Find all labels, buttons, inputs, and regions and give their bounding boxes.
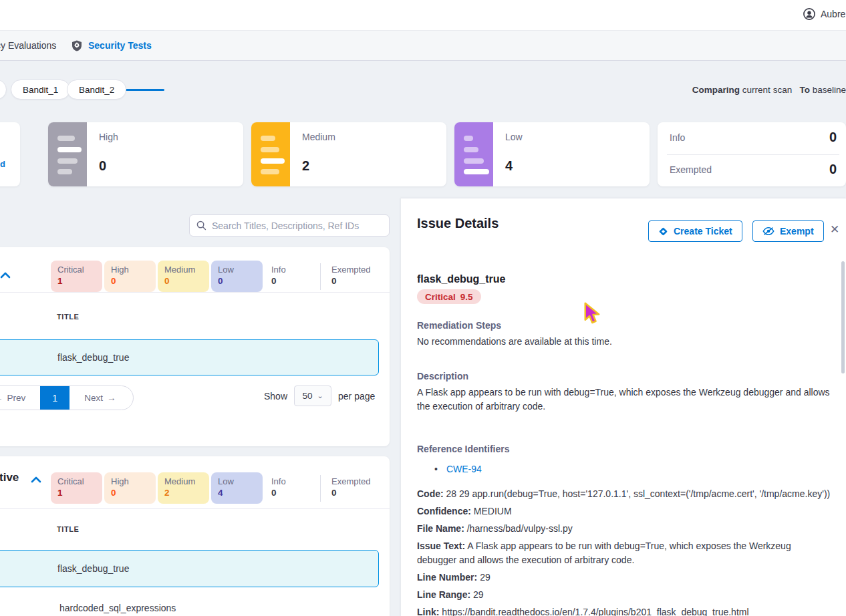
severity-label: Critical [425,292,456,302]
field-line-number: Line Number: 29 [417,571,833,585]
exempted-row: Exempted 0 [658,154,846,186]
pill-low[interactable]: Low4 [211,472,263,504]
show-label: Show [264,391,287,402]
field-issue-text: Issue Text: A Flask app appears to be ru… [417,539,833,567]
compare-baseline-text: Comparing current scan To baseline [692,85,846,95]
create-ticket-button[interactable]: Create Ticket [648,220,742,242]
user-avatar-icon [803,8,815,20]
search-input[interactable] [212,220,382,231]
summary-value: 2 [302,158,309,174]
field-link: Link: https://bandit.readthedocs.io/en/1… [417,605,833,616]
remediation-text: No recommendations are available at this… [417,335,612,349]
info-label: Info [670,132,685,143]
pill-low[interactable]: Low0 [211,261,263,292]
summary-label: Medium [302,132,335,142]
summary-label: Low [505,132,523,142]
pill-info[interactable]: Info0 [265,472,316,504]
severity-score: 9.5 [460,292,473,302]
summary-value: 0 [99,158,106,174]
close-icon[interactable]: ✕ [830,222,839,237]
cwe-link[interactable]: CWE-94 [446,464,482,474]
search-box[interactable] [189,214,390,237]
summary-value: 4 [505,158,513,174]
shield-gear-icon [72,40,82,51]
summary-card-high: High 0 [48,122,243,186]
issue-row-title: flask_debug_true [57,563,129,574]
issue-row[interactable]: hardcoded_sql_expressions [0,590,379,616]
comparing-label: Comparing [692,85,740,95]
prev-page-button[interactable]: ←Prev [0,393,35,403]
tab-policy-evaluations[interactable]: cy Evaluations [0,31,56,60]
issue-row-title: flask_debug_true [57,352,129,363]
summary-card-critical-partial: d [0,122,20,186]
summary-label: High [99,132,118,142]
pagination: ←Prev 1 Next→ [0,386,134,410]
tab-policy-evaluations-label: cy Evaluations [0,40,56,51]
summary-card-medium: Medium 2 [251,122,446,186]
summary-card-info-exempted: Info 0 Exempted 0 [658,122,846,186]
current-page-button[interactable]: 1 [40,386,69,410]
issue-title: flask_debug_true [417,273,505,285]
issue-details-panel: Issue Details Create Ticket Exempt ✕ fla… [401,198,846,616]
baseline-label: baseline [813,85,846,95]
per-page-label: per page [338,391,375,402]
issue-row-selected[interactable]: flask_debug_true [0,339,379,375]
collapse-chevron-up-icon[interactable] [0,272,11,279]
pill-info[interactable]: Info0 [265,261,316,292]
bullet-icon: • [434,464,438,474]
issue-row-selected[interactable]: flask_debug_true [0,550,379,587]
page-size-control: Show 50 ⌄ per page [264,386,375,406]
arrow-right-icon: → [107,393,116,403]
description-text: A Flask app appears to be run with debug… [417,386,835,414]
low-severity-icon [454,122,493,186]
divider [320,263,321,290]
scan-chip-label: Bandit_1 [23,85,58,95]
scrollbar-thumb[interactable] [841,261,845,373]
summary-card-low: Low 4 [454,122,650,186]
panel-title: Issue Details [417,216,499,231]
next-page-button[interactable]: Next→ [75,393,125,403]
description-heading: Description [417,371,468,381]
pill-critical[interactable]: Critical1 [51,472,102,504]
severity-pill-row: Critical1 High0 Medium0 Low0 Info0 Exemp… [51,261,378,292]
pill-high[interactable]: High0 [104,261,156,292]
divider [320,475,321,502]
pill-high[interactable]: High0 [104,472,156,504]
issues-section-card-1: Critical1 High0 Medium0 Low0 Info0 Exemp… [0,247,390,446]
eye-off-icon [762,226,774,236]
exempted-value: 0 [829,162,837,177]
severity-badge: Critical 9.5 [417,289,481,304]
tab-security-tests-label: Security Tests [88,40,152,51]
medium-severity-icon [251,122,290,186]
issues-section-card-2: tive Critical1 High0 Medium2 Low4 Info0 … [0,456,390,616]
severity-pill-row: Critical1 High0 Medium2 Low4 Info0 Exemp… [51,472,378,504]
pill-critical[interactable]: Critical1 [51,261,102,292]
scan-chip-bandit2[interactable]: Bandit_2 [67,80,126,100]
pill-medium[interactable]: Medium2 [158,472,209,504]
chevron-down-icon: ⌄ [317,392,323,400]
divider [0,508,390,509]
scan-chip-bandit1[interactable]: Bandit_1 [11,80,70,100]
info-row: Info 0 [658,122,846,154]
exempt-button[interactable]: Exempt [752,220,824,242]
reference-identifiers-heading: Reference Identifiers [417,444,510,454]
section-header-fragment: tive [0,471,19,484]
issue-row-title: hardcoded_sql_expressions [59,603,176,613]
pill-exempted[interactable]: Exempted0 [325,261,376,292]
scan-chip-partial[interactable] [0,80,7,100]
issue-fields: Code: 28 29 app.run(debug=True, host='12… [417,487,833,616]
page-size-select[interactable]: 50 ⌄ [294,386,331,406]
tab-security-tests[interactable]: Security Tests [72,31,152,60]
high-severity-icon [48,122,87,186]
partial-link-fragment[interactable]: d [0,159,5,169]
arrow-left-icon: ← [0,393,3,403]
current-scan-label: current scan [742,85,792,95]
to-label: To [799,85,810,95]
pill-exempted[interactable]: Exempted0 [325,472,376,504]
pill-medium[interactable]: Medium0 [158,261,209,292]
remediation-heading: Remediation Steps [417,320,501,331]
user-menu[interactable]: Aubre [803,8,846,20]
field-file-name: File Name: /harness/bad/vulpy-ssl.py [417,522,833,536]
field-confidence: Confidence: MEDIUM [417,504,833,518]
collapse-chevron-up-icon[interactable] [31,476,41,483]
